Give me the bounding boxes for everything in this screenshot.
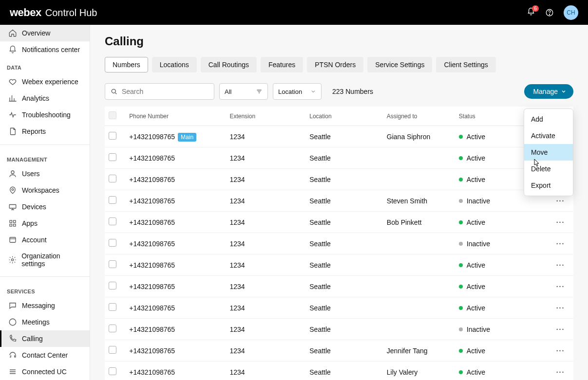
- cell-extension: 1234: [226, 276, 305, 297]
- row-checkbox[interactable]: [109, 239, 116, 247]
- cell-assigned: [383, 276, 455, 297]
- sidebar-item-organization-settings[interactable]: Organization settings: [0, 248, 90, 271]
- table-row[interactable]: +14321098765 1234 Seattle Steven Smith I…: [105, 190, 573, 212]
- sidebar-item-troubleshooting[interactable]: Troubleshooting: [0, 107, 90, 123]
- table-row[interactable]: +14321098765 1234 Seattle Active ···: [105, 276, 573, 297]
- row-checkbox[interactable]: [109, 282, 116, 290]
- row-checkbox[interactable]: [109, 196, 116, 204]
- row-actions-button[interactable]: ···: [556, 368, 565, 378]
- row-checkbox[interactable]: [109, 260, 116, 268]
- numbers-table: Phone NumberExtensionLocationAssigned to…: [105, 107, 573, 380]
- cell-location: Seattle: [305, 362, 383, 380]
- row-checkbox[interactable]: [109, 346, 116, 354]
- cell-location: Seattle: [305, 319, 383, 340]
- tab-call-routings[interactable]: Call Routings: [201, 57, 257, 72]
- svg-rect-9: [10, 237, 16, 243]
- apps-icon: [8, 219, 17, 228]
- column-header: Location: [305, 107, 383, 126]
- row-checkbox[interactable]: [109, 217, 116, 225]
- table-row[interactable]: +14321098765Main 1234 Seattle Giana Siph…: [105, 126, 573, 147]
- cell-status: Active: [455, 276, 548, 297]
- tab-features[interactable]: Features: [261, 57, 303, 72]
- table-row[interactable]: +14321098765 1234 Seattle Active ···: [105, 169, 573, 190]
- filter-all-dropdown[interactable]: All: [219, 83, 268, 100]
- sidebar-item-reports[interactable]: Reports: [0, 123, 90, 140]
- sidebar-item-workspaces[interactable]: Workspaces: [0, 182, 90, 199]
- sidebar-item-contact-center[interactable]: Contact Center: [0, 347, 90, 363]
- row-actions-button[interactable]: ···: [556, 240, 565, 250]
- sidebar-item-notifications-center[interactable]: Notifications center: [0, 41, 90, 58]
- table-row[interactable]: +14321098765 1234 Seattle Jennifer Tang …: [105, 340, 573, 362]
- manage-menu-add[interactable]: Add: [524, 111, 573, 127]
- tab-locations[interactable]: Locations: [152, 57, 197, 72]
- row-actions-button[interactable]: ···: [556, 326, 565, 335]
- cell-assigned: [383, 297, 455, 319]
- cell-location: Seattle: [305, 169, 383, 190]
- select-all-checkbox[interactable]: [109, 111, 116, 119]
- sidebar-item-connected-uc[interactable]: Connected UC: [0, 363, 90, 380]
- sidebar-item-label: Webex experience: [22, 78, 78, 86]
- sidebar-item-webex-experience[interactable]: Webex experience: [0, 73, 90, 90]
- brand-subtitle: Control Hub: [45, 7, 97, 18]
- column-header: Phone Number: [125, 107, 226, 126]
- row-actions-button[interactable]: ···: [556, 304, 565, 314]
- row-actions-button[interactable]: ···: [556, 347, 565, 357]
- sidebar-item-messaging[interactable]: Messaging: [0, 297, 90, 314]
- sidebar-item-devices[interactable]: Devices: [0, 199, 90, 215]
- table-row[interactable]: +14321098765 1234 Seattle Active ···: [105, 147, 573, 169]
- cell-phone: +14321098765: [125, 169, 226, 190]
- sidebar-item-apps[interactable]: Apps: [0, 215, 90, 232]
- tab-ptsn-orders[interactable]: PTSN Orders: [307, 57, 363, 72]
- gear-icon: [8, 255, 17, 264]
- manage-menu-move[interactable]: Move: [524, 144, 573, 161]
- sidebar-item-account[interactable]: Account: [0, 232, 90, 248]
- cell-phone: +14321098765: [125, 340, 226, 362]
- status-dot-icon: [459, 349, 463, 353]
- row-actions-button[interactable]: ···: [556, 283, 565, 292]
- row-checkbox[interactable]: [109, 175, 116, 182]
- filter-location-dropdown[interactable]: Location: [273, 83, 322, 100]
- sidebar-item-label: Reports: [22, 127, 46, 135]
- table-row[interactable]: +14321098765 1234 Seattle Active ···: [105, 254, 573, 276]
- column-select: [105, 107, 125, 126]
- sidebar-item-overview[interactable]: Overview: [0, 25, 90, 41]
- search-input[interactable]: [122, 88, 209, 95]
- row-checkbox[interactable]: [109, 367, 116, 375]
- tab-service-settings[interactable]: Service Settings: [367, 57, 432, 72]
- sidebar-item-label: Contact Center: [22, 351, 68, 359]
- manage-menu-delete[interactable]: Delete: [524, 161, 573, 177]
- manage-button[interactable]: Manage: [524, 84, 573, 99]
- filter-location-label: Location: [278, 88, 302, 95]
- table-row[interactable]: +14321098765 1234 Seattle Inactive ···: [105, 233, 573, 254]
- row-checkbox[interactable]: [109, 303, 116, 311]
- tab-client-settings[interactable]: Client Settings: [436, 57, 495, 72]
- manage-menu-activate[interactable]: Activate: [524, 127, 573, 144]
- table-row[interactable]: +14321098765 1234 Seattle Active ···: [105, 297, 573, 319]
- row-checkbox[interactable]: [109, 325, 116, 332]
- help-icon[interactable]: [545, 8, 554, 17]
- status-dot-icon: [459, 370, 463, 374]
- filter-all-label: All: [225, 88, 231, 95]
- row-actions-button[interactable]: ···: [556, 197, 565, 207]
- table-row[interactable]: +14321098765 1234 Seattle Lily Valery Ac…: [105, 362, 573, 380]
- chevron-down-icon: [561, 89, 567, 94]
- tab-numbers[interactable]: Numbers: [105, 57, 148, 72]
- row-actions-button[interactable]: ···: [556, 218, 565, 228]
- sidebar-item-analytics[interactable]: Analytics: [0, 90, 90, 107]
- table-row[interactable]: +14321098765 1234 Seattle Inactive ···: [105, 319, 573, 340]
- row-checkbox[interactable]: [109, 132, 116, 140]
- cell-assigned: Giana Siphron: [383, 126, 455, 147]
- manage-menu-export[interactable]: Export: [524, 177, 573, 194]
- row-actions-button[interactable]: ···: [556, 261, 565, 271]
- notifications-button[interactable]: 6: [527, 7, 535, 18]
- sidebar-item-meetings[interactable]: Meetings: [0, 314, 90, 330]
- table-row[interactable]: +14321098765 1234 Seattle Bob Pinkett Ac…: [105, 212, 573, 233]
- cell-extension: 1234: [226, 362, 305, 380]
- row-checkbox[interactable]: [109, 153, 116, 161]
- avatar[interactable]: CH: [564, 5, 578, 20]
- sidebar-item-calling[interactable]: Calling: [0, 330, 90, 347]
- search-box[interactable]: [105, 83, 214, 100]
- sidebar-divider: [0, 145, 90, 145]
- toolbar: All Location 223 Numbers Manage: [105, 83, 573, 100]
- sidebar-item-users[interactable]: Users: [0, 165, 90, 182]
